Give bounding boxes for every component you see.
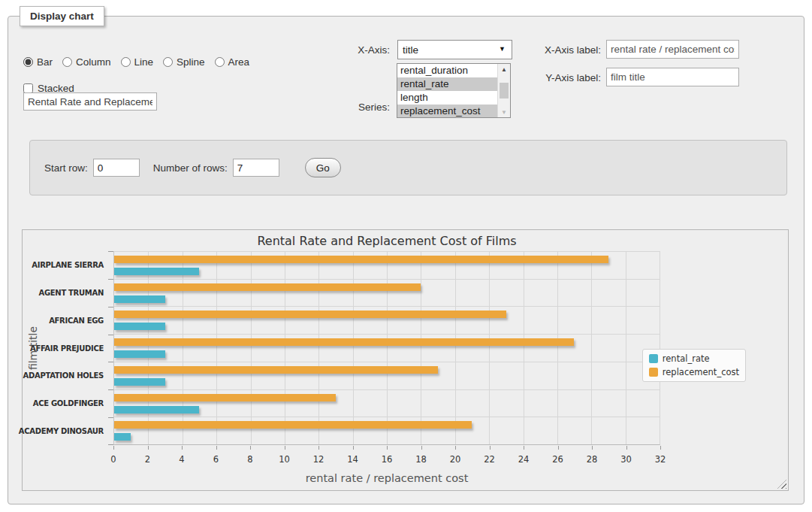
x-axis-title: rental rate / replacement cost bbox=[113, 472, 660, 484]
display-chart-panel: Display chart BarColumnLineSplineArea St… bbox=[8, 16, 804, 504]
category-band bbox=[114, 307, 660, 335]
y-axis-category-label: AGENT TRUMAN bbox=[36, 279, 110, 307]
series-options: rental_durationrental_ratelengthreplacem… bbox=[397, 64, 497, 117]
chart-type-bar-radio[interactable] bbox=[23, 57, 33, 67]
x-axis-ticklabel: 8 bbox=[247, 454, 252, 465]
row-range-form: Start row: Number of rows: Go bbox=[29, 140, 787, 195]
legend-swatch-rental_rate bbox=[649, 354, 658, 363]
bar-replacement_cost-airplane-sierra[interactable] bbox=[114, 256, 608, 263]
chart-type-line-label: Line bbox=[134, 56, 154, 68]
y-axis-tick bbox=[108, 444, 113, 445]
series-option-rental_duration[interactable]: rental_duration bbox=[397, 64, 497, 77]
x-axis-tick bbox=[558, 446, 559, 450]
legend-label: replacement_cost bbox=[663, 367, 739, 377]
y-axis-category-label: ACE GOLDFINGER bbox=[36, 389, 110, 417]
chart-type-spline-radio[interactable] bbox=[163, 57, 173, 67]
bar-replacement_cost-academy-dinosaur[interactable] bbox=[114, 421, 472, 429]
x-axis-tick bbox=[318, 446, 319, 450]
y-axis-category-label: ACADEMY DINOSAUR bbox=[36, 417, 110, 445]
x-axis-ticklabel: 4 bbox=[179, 454, 184, 465]
chart-container: Rental Rate and Replacement Cost of Film… bbox=[22, 229, 789, 491]
y-axis-ticks bbox=[108, 251, 113, 445]
category-band bbox=[114, 417, 660, 444]
chart-type-area[interactable]: Area bbox=[215, 56, 250, 68]
bar-rental_rate-adaptation-holes[interactable] bbox=[114, 378, 165, 386]
x-axis-tick bbox=[626, 446, 627, 450]
x-axis-ticklabel: 12 bbox=[313, 454, 324, 465]
legend-item-rental_rate[interactable]: rental_rate bbox=[649, 353, 739, 364]
y-axis-tick bbox=[108, 279, 113, 280]
y-axis-label-input[interactable] bbox=[606, 68, 739, 86]
chart-type-spline-label: Spline bbox=[177, 56, 205, 68]
series-option-replacement_cost[interactable]: replacement_cost bbox=[397, 105, 497, 117]
gridline bbox=[660, 252, 660, 444]
y-axis-tick bbox=[108, 362, 113, 362]
y-axis-label-field-label: Y-Axis label: bbox=[507, 72, 601, 84]
x-axis-tick bbox=[250, 446, 251, 450]
x-axis-label-input[interactable] bbox=[606, 40, 739, 59]
series-select[interactable]: rental_durationrental_ratelengthreplacem… bbox=[397, 63, 511, 118]
x-axis-ticklabel: 26 bbox=[552, 454, 563, 465]
x-axis-select[interactable]: title bbox=[397, 40, 512, 59]
y-axis-category-label: AFRICAN EGG bbox=[36, 307, 110, 335]
bar-replacement_cost-african-egg[interactable] bbox=[114, 311, 506, 318]
series-option-rental_rate[interactable]: rental_rate bbox=[397, 77, 497, 91]
chart-type-area-label: Area bbox=[228, 56, 250, 68]
x-axis-ticklabel: 32 bbox=[655, 454, 666, 465]
bar-rental_rate-ace-goldfinger[interactable] bbox=[114, 406, 199, 414]
legend-label: rental_rate bbox=[663, 353, 710, 364]
y-axis-tick bbox=[108, 307, 113, 308]
y-axis-category-label: AIRPLANE SIERRA bbox=[36, 251, 110, 279]
panel-legend: Display chart bbox=[20, 6, 104, 26]
category-band bbox=[114, 335, 660, 362]
plot-bands bbox=[114, 252, 660, 444]
x-axis-ticklabel: 14 bbox=[347, 454, 358, 465]
bar-rental_rate-african-egg[interactable] bbox=[114, 323, 165, 330]
chart-type-bar[interactable]: Bar bbox=[23, 56, 53, 68]
category-band bbox=[114, 362, 660, 390]
chart-title-input[interactable] bbox=[23, 92, 157, 111]
y-axis-categories: AIRPLANE SIERRAAGENT TRUMANAFRICAN EGGAF… bbox=[36, 251, 110, 445]
start-row-input[interactable] bbox=[93, 159, 140, 177]
bar-rental_rate-affair-prejudice[interactable] bbox=[114, 350, 165, 358]
x-axis-ticklabel: 10 bbox=[279, 454, 290, 465]
x-axis-select-label: X-Axis: bbox=[315, 44, 390, 56]
x-axis-ticklabels: 02468101214161820222426283032 bbox=[113, 454, 660, 465]
chart-type-line-radio[interactable] bbox=[121, 57, 131, 67]
chart-type-area-radio[interactable] bbox=[215, 57, 225, 67]
x-axis-tick bbox=[353, 446, 354, 450]
x-axis-ticklabel: 22 bbox=[484, 454, 495, 465]
resize-handle-icon[interactable] bbox=[777, 480, 786, 489]
chart-type-spline[interactable]: Spline bbox=[163, 56, 205, 68]
bar-replacement_cost-ace-goldfinger[interactable] bbox=[114, 394, 336, 401]
bar-replacement_cost-agent-truman[interactable] bbox=[114, 283, 421, 291]
scrollbar-thumb[interactable] bbox=[500, 83, 509, 98]
y-axis-tick bbox=[108, 335, 113, 335]
bar-rental_rate-agent-truman[interactable] bbox=[114, 295, 165, 303]
bar-rental_rate-academy-dinosaur[interactable] bbox=[114, 433, 131, 441]
legend-item-replacement_cost[interactable]: replacement_cost bbox=[649, 367, 739, 377]
x-axis-ticks bbox=[113, 445, 660, 450]
start-row-label: Start row: bbox=[44, 162, 88, 174]
chart-type-group: BarColumnLineSplineArea bbox=[23, 56, 249, 68]
x-axis-tick bbox=[592, 446, 593, 450]
bar-replacement_cost-affair-prejudice[interactable] bbox=[114, 338, 574, 346]
plot-area bbox=[113, 251, 660, 445]
x-axis-tick bbox=[113, 446, 114, 450]
bar-rental_rate-airplane-sierra[interactable] bbox=[114, 268, 199, 275]
x-axis-tick bbox=[660, 446, 661, 450]
chart-type-line[interactable]: Line bbox=[121, 56, 154, 68]
number-of-rows-input[interactable] bbox=[233, 159, 279, 177]
chart-type-column-radio[interactable] bbox=[62, 57, 72, 67]
category-band bbox=[114, 280, 660, 308]
x-axis-ticklabel: 20 bbox=[450, 454, 461, 465]
go-button[interactable]: Go bbox=[305, 158, 341, 177]
scrollbar-down-arrow-icon[interactable]: ▼ bbox=[498, 107, 511, 117]
bar-replacement_cost-adaptation-holes[interactable] bbox=[114, 366, 438, 374]
x-axis-ticklabel: 6 bbox=[213, 454, 219, 465]
chart-title: Rental Rate and Replacement Cost of Film… bbox=[113, 234, 660, 248]
chart-type-column[interactable]: Column bbox=[62, 56, 111, 68]
x-axis-ticklabel: 28 bbox=[587, 454, 598, 465]
series-option-length[interactable]: length bbox=[397, 91, 497, 105]
x-axis-tick bbox=[216, 446, 217, 450]
